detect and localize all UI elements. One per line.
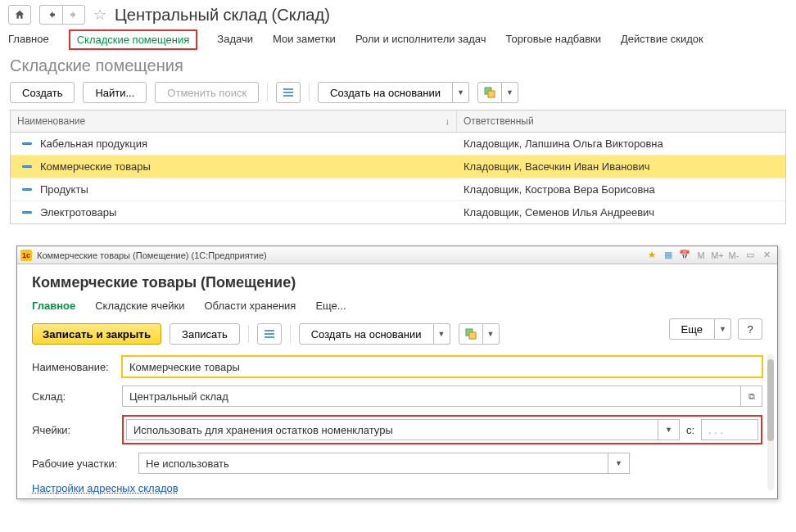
- label-cells: Ячейки:: [32, 424, 122, 436]
- home-icon: [14, 9, 25, 20]
- tab-tasks[interactable]: Задачи: [217, 29, 253, 50]
- create-button[interactable]: Создать: [10, 82, 75, 103]
- name-input[interactable]: Коммерческие товары: [122, 356, 762, 377]
- command-bar: Главное Складские помещения Задачи Мои з…: [0, 26, 796, 53]
- home-button[interactable]: [8, 5, 31, 25]
- sort-asc-icon: ↓: [445, 116, 450, 126]
- svg-rect-0: [283, 88, 293, 90]
- grid-icon[interactable]: ▦: [661, 250, 676, 260]
- dlg-create-based-on-dropdown[interactable]: ▼: [434, 323, 450, 345]
- dlg-settings-dropdown[interactable]: ▼: [483, 323, 500, 345]
- svg-rect-7: [265, 336, 274, 338]
- table-row[interactable]: Электротовары Кладовщик, Семенов Илья Ан…: [11, 201, 785, 223]
- svg-rect-9: [469, 332, 476, 339]
- dlg-tab-main[interactable]: Главное: [32, 298, 75, 313]
- arrow-right-icon: [69, 10, 79, 20]
- rooms-table: Наименование ↓ Ответственный Кабельная п…: [10, 110, 786, 224]
- nav-forward-button[interactable]: [62, 5, 85, 25]
- chevron-down-icon: ▼: [719, 325, 726, 333]
- row-marker-icon: [22, 142, 32, 145]
- nav-back-button[interactable]: [39, 5, 62, 25]
- separator: [290, 325, 291, 343]
- calc-mplus-button[interactable]: M+: [710, 250, 725, 260]
- scrollbar-thumb[interactable]: [767, 359, 774, 441]
- create-based-on-dropdown[interactable]: ▼: [453, 82, 469, 103]
- settings-dropdown[interactable]: ▼: [502, 82, 518, 103]
- separator: [267, 83, 268, 101]
- tab-roles[interactable]: Роли и исполнители задач: [355, 29, 486, 50]
- svg-rect-4: [488, 91, 495, 97]
- dlg-create-based-on-button[interactable]: Создать на основании: [299, 323, 434, 345]
- favorite-icon[interactable]: ★: [644, 250, 659, 260]
- create-based-on-button[interactable]: Создать на основании: [318, 82, 453, 103]
- table-row[interactable]: Коммерческие товары Кладовщик, Васечкин …: [11, 156, 785, 178]
- column-header-name[interactable]: Наименование ↓: [11, 110, 457, 132]
- row-marker-icon: [22, 165, 32, 168]
- list-icon: [283, 88, 293, 97]
- dlg-tab-areas[interactable]: Области хранения: [204, 298, 296, 313]
- calc-mminus-button[interactable]: M-: [726, 250, 741, 260]
- dlg-settings-button[interactable]: [459, 323, 483, 345]
- chevron-down-icon: ▼: [506, 88, 513, 97]
- gear-icon: [465, 328, 477, 340]
- table-row[interactable]: Продукты Кладовщик, Кострова Вера Борисо…: [11, 178, 785, 201]
- window-restore-button[interactable]: ▭: [743, 250, 758, 260]
- window-close-button[interactable]: ✕: [759, 250, 774, 260]
- more-button[interactable]: Еще: [669, 318, 715, 340]
- cells-select[interactable]: Использовать для хранения остатков номен…: [126, 419, 658, 440]
- tab-my-notes[interactable]: Мои заметки: [273, 29, 336, 50]
- work-areas-select[interactable]: Не использовать: [138, 453, 608, 474]
- chevron-down-icon: ▼: [438, 330, 445, 338]
- favorite-star-icon[interactable]: ☆: [93, 6, 106, 24]
- room-edit-dialog: 1c Коммерческие товары (Помещение) (1С:П…: [16, 246, 778, 499]
- open-ref-icon: ⧉: [749, 391, 755, 402]
- warehouse-input[interactable]: Центральный склад: [122, 385, 741, 407]
- app-1c-icon: 1c: [20, 250, 32, 261]
- row-marker-icon: [22, 188, 32, 191]
- tab-storage-rooms[interactable]: Складские помещения: [69, 29, 198, 50]
- help-button[interactable]: ?: [738, 318, 762, 340]
- table-row[interactable]: Кабельная продукция Кладовщик, Лапшина О…: [11, 133, 785, 156]
- cells-dropdown-button[interactable]: ▼: [658, 419, 680, 440]
- address-warehouse-settings-link[interactable]: Настройки адресных складов: [32, 482, 179, 494]
- svg-rect-2: [283, 95, 293, 97]
- scrollbar[interactable]: [767, 354, 774, 490]
- list-icon: [265, 329, 274, 339]
- list-view-button[interactable]: [276, 82, 301, 103]
- settings-button[interactable]: [477, 82, 502, 103]
- save-button[interactable]: Записать: [170, 323, 240, 345]
- gear-icon: [484, 87, 495, 98]
- label-work-areas: Рабочие участки:: [32, 458, 138, 470]
- cancel-search-button[interactable]: Отменить поиск: [155, 82, 259, 103]
- dlg-tab-more[interactable]: Еще...: [315, 298, 346, 313]
- open-reference-button[interactable]: ⧉: [741, 385, 762, 407]
- tab-discounts[interactable]: Действие скидок: [621, 29, 703, 50]
- dialog-heading: Коммерческие товары (Помещение): [32, 274, 762, 291]
- dialog-titlebar[interactable]: 1c Коммерческие товары (Помещение) (1С:П…: [17, 246, 777, 264]
- calendar-icon[interactable]: 📅: [677, 250, 692, 260]
- work-areas-dropdown-button[interactable]: ▼: [608, 453, 630, 474]
- svg-rect-1: [283, 92, 293, 93]
- chevron-down-icon: ▼: [615, 459, 622, 467]
- save-close-button[interactable]: Записать и закрыть: [32, 323, 161, 345]
- svg-rect-5: [265, 330, 274, 331]
- chevron-down-icon: ▼: [457, 88, 464, 97]
- page-title: Центральный склад (Склад): [115, 6, 330, 25]
- more-dropdown[interactable]: ▼: [715, 318, 731, 340]
- label-name: Наименование:: [32, 361, 122, 373]
- arrow-left-icon: [47, 10, 57, 20]
- chevron-down-icon: ▼: [487, 330, 495, 338]
- list-view-button[interactable]: [257, 323, 282, 345]
- separator: [248, 325, 249, 343]
- tab-markups[interactable]: Торговые надбавки: [506, 29, 601, 50]
- date-from-input[interactable]: . . .: [701, 419, 758, 440]
- column-header-responsible[interactable]: Ответственный: [457, 110, 785, 132]
- row-marker-icon: [22, 211, 32, 214]
- section-title: Складские помещения: [0, 53, 796, 82]
- dlg-tab-cells[interactable]: Складские ячейки: [95, 298, 184, 313]
- label-c: с:: [686, 424, 694, 436]
- tab-main[interactable]: Главное: [8, 29, 49, 50]
- find-button[interactable]: Найти...: [83, 82, 147, 103]
- calc-m-button[interactable]: M: [694, 250, 708, 260]
- svg-rect-6: [265, 333, 274, 335]
